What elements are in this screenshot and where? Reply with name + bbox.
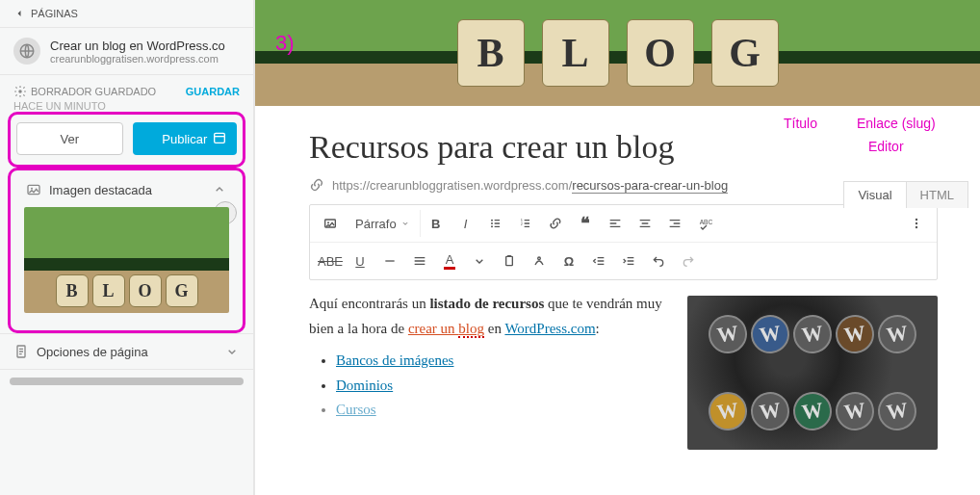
redo-button[interactable] <box>674 248 703 274</box>
view-button[interactable]: Ver <box>16 122 123 155</box>
editor-mode-tabs: Visual HTML <box>843 181 968 208</box>
spellcheck-button[interactable]: ABC <box>690 210 719 237</box>
status-area: BORRADOR GUARDADO GUARDAR HACE UN MINUTO <box>0 75 253 112</box>
svg-point-14 <box>916 219 917 221</box>
image-icon <box>26 182 41 197</box>
svg-point-9 <box>491 222 493 224</box>
paste-text-button[interactable] <box>495 248 524 274</box>
italic-button[interactable]: I <box>451 210 480 237</box>
svg-rect-2 <box>215 133 225 143</box>
svg-text:ABC: ABC <box>699 219 711 225</box>
more-toolbar-button[interactable] <box>902 210 931 237</box>
svg-point-4 <box>31 188 33 190</box>
page-domain: crearunbloggratisen.wordpress.com <box>50 53 240 65</box>
svg-point-1 <box>18 90 22 93</box>
svg-point-7 <box>327 221 329 223</box>
chevron-down-icon <box>400 219 410 228</box>
wordpress-link[interactable]: WordPress.com <box>504 321 595 336</box>
svg-point-19 <box>538 257 541 260</box>
special-char-button[interactable]: Ω <box>554 248 583 274</box>
svg-point-8 <box>491 220 493 221</box>
permalink[interactable]: https://crearunbloggratisen.wordpress.co… <box>332 178 728 193</box>
bold-button[interactable]: B <box>422 210 451 237</box>
featured-image-panel-header[interactable]: Imagen destacada <box>13 172 241 207</box>
bullet-list-button[interactable] <box>481 210 510 237</box>
sidebar-scrollbar[interactable] <box>10 378 244 385</box>
svg-point-15 <box>916 222 917 224</box>
svg-point-16 <box>916 226 917 228</box>
status-time: HACE UN MINUTO <box>13 100 240 112</box>
current-page-card[interactable]: Crear un blog en WordPress.co crearunblo… <box>0 28 253 75</box>
list-item[interactable]: Bancos de imágenes <box>336 352 453 368</box>
inline-image[interactable]: WWWWW WWWWW <box>687 296 938 450</box>
editor-body[interactable]: WWWWW WWWWW Aquí encontrarás un listado … <box>309 292 938 423</box>
hero-image[interactable]: BLOG <box>255 0 980 106</box>
back-to-pages[interactable]: PÁGINAS <box>0 0 253 28</box>
status-text: BORRADOR GUARDADO <box>31 86 156 97</box>
align-right-button[interactable] <box>660 210 689 237</box>
add-media-button[interactable] <box>316 210 345 237</box>
chevron-down-icon <box>224 344 240 359</box>
slug-editable[interactable]: recursos-para-crear-un-blog <box>572 178 728 194</box>
sidebar: PÁGINAS Crear un blog en WordPress.co cr… <box>0 0 254 495</box>
page-options-label: Opciones de página <box>37 345 148 359</box>
featured-image-preview[interactable]: BLOG <box>13 207 241 325</box>
link-button[interactable] <box>541 210 570 237</box>
page-icon <box>13 344 29 359</box>
text-color-button[interactable]: A <box>435 248 464 274</box>
svg-text:2: 2 <box>520 221 523 226</box>
undo-button[interactable] <box>644 248 673 274</box>
align-left-button[interactable] <box>601 210 630 237</box>
align-center-button[interactable] <box>631 210 659 237</box>
editor-main: BLOG Recursos para crear un blog https:/… <box>254 0 980 495</box>
list-item[interactable]: Cursos <box>336 402 376 417</box>
indent-button[interactable] <box>614 248 643 274</box>
outdent-button[interactable] <box>584 248 613 274</box>
strikethrough-button[interactable]: ABE <box>316 248 345 274</box>
underline-button[interactable]: U <box>346 248 374 274</box>
justify-button[interactable] <box>405 248 434 274</box>
horizontal-rule-button[interactable] <box>375 248 404 274</box>
cog-icon <box>13 85 27 98</box>
annotation-highlight-buttons: Ver Publicar <box>8 112 245 168</box>
svg-point-10 <box>491 225 493 227</box>
link-icon <box>309 177 324 193</box>
svg-rect-17 <box>506 256 513 265</box>
publish-button[interactable]: Publicar <box>133 122 238 155</box>
annotation-highlight-featured: Imagen destacada BLOG <box>8 168 245 333</box>
arrow-left-icon <box>13 8 25 19</box>
save-link[interactable]: GUARDAR <box>186 86 240 97</box>
featured-image-label: Imagen destacada <box>49 183 152 197</box>
chevron-up-icon <box>212 182 227 197</box>
page-title-input[interactable]: Recursos para crear un blog <box>309 129 938 166</box>
tab-html[interactable]: HTML <box>907 182 967 208</box>
back-label: PÁGINAS <box>31 8 78 19</box>
svg-rect-18 <box>507 255 511 257</box>
numbered-list-button[interactable]: 12 <box>511 210 540 237</box>
page-options-panel-header[interactable]: Opciones de página <box>0 334 253 369</box>
block-format-select[interactable]: Párrafo <box>346 210 421 237</box>
calendar-icon <box>212 130 227 145</box>
tab-visual[interactable]: Visual <box>844 182 906 208</box>
clear-formatting-button[interactable] <box>525 248 554 274</box>
chevron-down-icon[interactable] <box>465 248 494 274</box>
page-name: Crear un blog en WordPress.co <box>50 39 240 53</box>
list-item[interactable]: Dominios <box>336 378 393 393</box>
blockquote-button[interactable]: ❝ <box>571 210 600 237</box>
globe-icon <box>13 38 40 65</box>
editor-toolbar: Párrafo B I 12 ❝ ABC ABE U <box>309 204 938 280</box>
